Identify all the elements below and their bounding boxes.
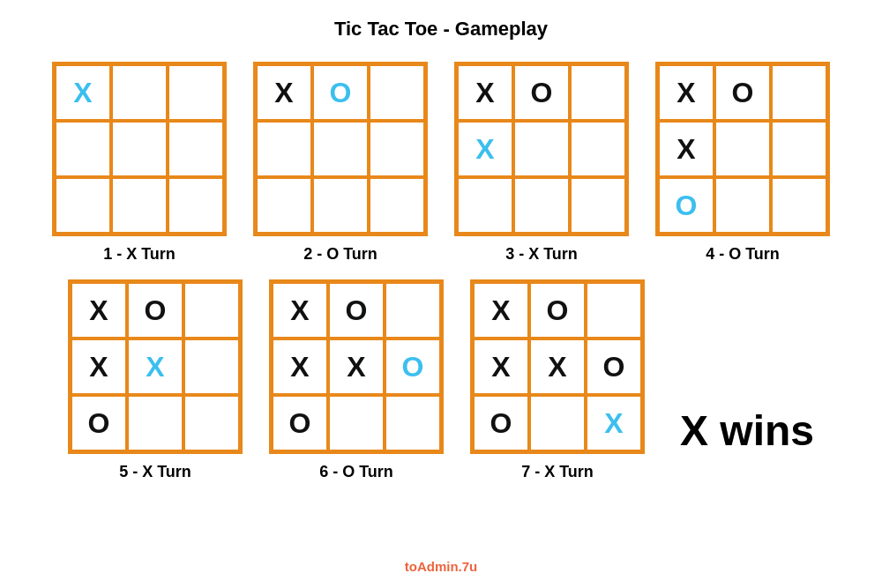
cell-5-6: O (71, 395, 127, 451)
cell-1-6 (55, 177, 111, 234)
cell-5-1: O (127, 282, 183, 339)
cell-2-1: O (312, 64, 369, 121)
cell-6-3: X (272, 339, 328, 395)
cell-1-4 (111, 121, 168, 177)
cell-1-1 (111, 64, 168, 121)
grid-1: X (52, 62, 227, 236)
cell-5-3: X (71, 339, 127, 395)
grid-7: XOXXOOX (470, 279, 645, 454)
cell-2-4 (312, 121, 369, 177)
cell-7-1: O (529, 282, 586, 339)
board-3: XOX3 - X Turn (454, 62, 629, 264)
cell-5-4: X (127, 339, 183, 395)
watermark: toAdmin.7u (0, 559, 882, 574)
cell-7-6: O (473, 395, 529, 451)
cell-6-4: X (328, 339, 385, 395)
cell-2-3 (256, 121, 312, 177)
cell-3-2 (570, 64, 626, 121)
cell-7-7 (529, 395, 586, 451)
turn-label-7: 7 - X Turn (521, 463, 594, 481)
grid-2: XO (253, 62, 428, 236)
cell-3-5 (570, 121, 626, 177)
cell-5-7 (127, 395, 183, 451)
cell-4-7 (714, 177, 771, 234)
cell-3-8 (570, 177, 626, 234)
turn-label-3: 3 - X Turn (505, 245, 578, 264)
cell-3-4 (513, 121, 570, 177)
cell-3-3: X (457, 121, 513, 177)
cell-4-6: O (658, 177, 714, 234)
cell-7-0: X (473, 282, 529, 339)
cell-1-5 (168, 121, 224, 177)
cell-6-8 (385, 395, 441, 451)
cell-1-2 (168, 64, 224, 121)
cell-3-0: X (457, 64, 513, 121)
turn-label-6: 6 - O Turn (319, 463, 393, 481)
cell-6-5: O (385, 339, 441, 395)
cell-5-5 (183, 339, 240, 395)
cell-7-4: X (529, 339, 586, 395)
cell-3-7 (513, 177, 570, 234)
turn-label-2: 2 - O Turn (303, 245, 377, 264)
turn-label-5: 5 - X Turn (119, 463, 191, 481)
cell-3-6 (457, 177, 513, 234)
grid-6: XOXXOO (269, 279, 444, 454)
cell-2-7 (312, 177, 369, 234)
grid-4: XOXO (655, 62, 830, 236)
cell-6-2 (385, 282, 441, 339)
row-1: X1 - X TurnXO2 - O TurnXOX3 - X TurnXOXO… (52, 62, 830, 264)
cell-7-2 (586, 282, 642, 339)
cell-6-1: O (328, 282, 385, 339)
cell-5-0: X (71, 282, 127, 339)
cell-5-8 (183, 395, 240, 451)
cell-6-7 (328, 395, 385, 451)
board-4: XOXO4 - O Turn (655, 62, 830, 264)
cell-6-6: O (272, 395, 328, 451)
grid-5: XOXXO (68, 279, 243, 454)
wins-label: X wins (671, 406, 814, 455)
cell-6-0: X (272, 282, 328, 339)
cell-2-5 (369, 121, 425, 177)
cell-1-7 (111, 177, 168, 234)
cell-2-6 (256, 177, 312, 234)
board-7: XOXXOOX7 - X Turn (470, 279, 645, 481)
cell-2-0: X (256, 64, 312, 121)
cell-7-5: O (586, 339, 642, 395)
cell-4-2 (771, 64, 827, 121)
cell-4-3: X (658, 121, 714, 177)
row-2: XOXXO5 - X TurnXOXXOO6 - O TurnXOXXOOX7 … (68, 279, 814, 481)
cell-1-0: X (55, 64, 111, 121)
page-title: Tic Tac Toe - Gameplay (334, 18, 548, 41)
board-1: X1 - X Turn (52, 62, 227, 264)
cell-4-4 (714, 121, 771, 177)
cell-1-3 (55, 121, 111, 177)
board-2: XO2 - O Turn (253, 62, 428, 264)
cell-5-2 (183, 282, 240, 339)
turn-label-4: 4 - O Turn (706, 245, 780, 264)
cell-4-8 (771, 177, 827, 234)
cell-2-2 (369, 64, 425, 121)
cell-4-1: O (714, 64, 771, 121)
cell-4-5 (771, 121, 827, 177)
board-5: XOXXO5 - X Turn (68, 279, 243, 481)
turn-label-1: 1 - X Turn (103, 245, 176, 264)
wins-container: X wins (671, 406, 814, 481)
cell-7-8: X (586, 395, 642, 451)
board-6: XOXXOO6 - O Turn (269, 279, 444, 481)
cell-3-1: O (513, 64, 570, 121)
cell-7-3: X (473, 339, 529, 395)
cell-1-8 (168, 177, 224, 234)
grid-3: XOX (454, 62, 629, 236)
cell-4-0: X (658, 64, 714, 121)
cell-2-8 (369, 177, 425, 234)
